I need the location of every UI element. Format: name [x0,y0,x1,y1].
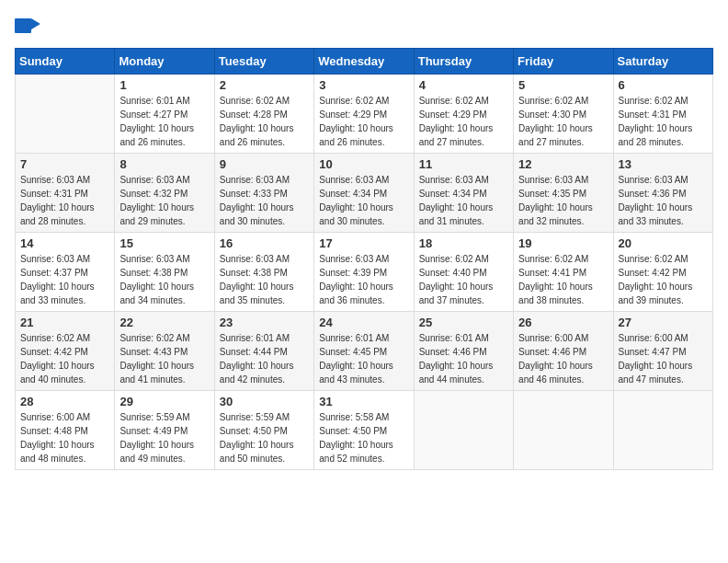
calendar-week-row: 28Sunrise: 6:00 AMSunset: 4:48 PMDayligh… [16,391,713,470]
day-info: Sunrise: 6:03 AMSunset: 4:34 PMDaylight:… [319,173,408,228]
calendar-cell: 18Sunrise: 6:02 AMSunset: 4:40 PMDayligh… [414,233,513,312]
day-info: Sunrise: 6:02 AMSunset: 4:30 PMDaylight:… [518,94,608,149]
calendar-cell: 17Sunrise: 6:03 AMSunset: 4:39 PMDayligh… [314,233,414,312]
day-number: 7 [20,157,109,171]
calendar-cell: 8Sunrise: 6:03 AMSunset: 4:32 PMDaylight… [115,154,214,233]
day-info: Sunrise: 6:02 AMSunset: 4:42 PMDaylight:… [20,331,109,386]
day-info: Sunrise: 6:03 AMSunset: 4:34 PMDaylight:… [419,173,508,228]
calendar-cell: 6Sunrise: 6:02 AMSunset: 4:31 PMDaylight… [613,75,712,154]
calendar-cell: 3Sunrise: 6:02 AMSunset: 4:29 PMDaylight… [314,75,414,154]
day-info: Sunrise: 5:58 AMSunset: 4:50 PMDaylight:… [319,410,408,465]
calendar-cell [16,75,115,154]
calendar-cell: 16Sunrise: 6:03 AMSunset: 4:38 PMDayligh… [214,233,313,312]
day-info: Sunrise: 6:02 AMSunset: 4:41 PMDaylight:… [518,252,608,307]
calendar-week-row: 7Sunrise: 6:03 AMSunset: 4:31 PMDaylight… [16,154,713,233]
day-number: 28 [20,395,109,408]
calendar-week-row: 21Sunrise: 6:02 AMSunset: 4:42 PMDayligh… [16,312,713,391]
day-number: 20 [619,236,708,250]
day-number: 17 [319,236,408,250]
day-number: 27 [619,316,708,329]
calendar-cell: 21Sunrise: 6:02 AMSunset: 4:42 PMDayligh… [16,312,115,391]
calendar-cell: 27Sunrise: 6:00 AMSunset: 4:47 PMDayligh… [613,312,712,391]
page-header [15,15,713,37]
day-number: 23 [220,316,309,329]
calendar-cell: 19Sunrise: 6:02 AMSunset: 4:41 PMDayligh… [514,233,613,312]
calendar-cell: 10Sunrise: 6:03 AMSunset: 4:34 PMDayligh… [314,154,414,233]
calendar-week-row: 1Sunrise: 6:01 AMSunset: 4:27 PMDaylight… [16,75,713,154]
calendar-table: SundayMondayTuesdayWednesdayThursdayFrid… [15,48,713,470]
calendar-cell: 12Sunrise: 6:03 AMSunset: 4:35 PMDayligh… [514,154,613,233]
logo [15,15,44,37]
day-number: 8 [119,157,209,171]
day-number: 19 [518,236,608,250]
day-header-tuesday: Tuesday [214,49,313,75]
day-number: 16 [220,236,309,250]
day-number: 11 [419,157,508,171]
day-number: 25 [419,316,508,329]
day-header-wednesday: Wednesday [314,49,414,75]
day-info: Sunrise: 6:03 AMSunset: 4:38 PMDaylight:… [220,252,309,307]
day-number: 14 [20,236,109,250]
day-info: Sunrise: 6:02 AMSunset: 4:29 PMDaylight:… [419,94,508,149]
day-info: Sunrise: 6:01 AMSunset: 4:44 PMDaylight:… [220,331,309,386]
day-number: 21 [20,316,109,329]
day-number: 13 [619,157,708,171]
day-info: Sunrise: 6:02 AMSunset: 4:40 PMDaylight:… [419,252,508,307]
day-header-monday: Monday [115,49,214,75]
day-number: 12 [518,157,608,171]
day-header-friday: Friday [514,49,613,75]
day-header-thursday: Thursday [414,49,513,75]
day-number: 5 [518,78,608,92]
calendar-cell [514,391,613,470]
day-info: Sunrise: 6:03 AMSunset: 4:33 PMDaylight:… [220,173,309,228]
day-info: Sunrise: 6:03 AMSunset: 4:31 PMDaylight:… [20,173,109,228]
day-number: 3 [319,78,408,92]
day-number: 1 [119,78,209,92]
calendar-cell: 1Sunrise: 6:01 AMSunset: 4:27 PMDaylight… [115,75,214,154]
calendar-cell: 11Sunrise: 6:03 AMSunset: 4:34 PMDayligh… [414,154,513,233]
calendar-cell: 9Sunrise: 6:03 AMSunset: 4:33 PMDaylight… [214,154,313,233]
calendar-cell [613,391,712,470]
day-number: 4 [419,78,508,92]
day-info: Sunrise: 6:03 AMSunset: 4:32 PMDaylight:… [119,173,209,228]
day-number: 10 [319,157,408,171]
day-info: Sunrise: 6:02 AMSunset: 4:28 PMDaylight:… [220,94,309,149]
calendar-cell: 5Sunrise: 6:02 AMSunset: 4:30 PMDaylight… [514,75,613,154]
svg-marker-1 [31,18,40,29]
day-info: Sunrise: 6:00 AMSunset: 4:48 PMDaylight:… [20,410,109,465]
calendar-cell: 23Sunrise: 6:01 AMSunset: 4:44 PMDayligh… [214,312,313,391]
calendar-cell: 24Sunrise: 6:01 AMSunset: 4:45 PMDayligh… [314,312,414,391]
day-info: Sunrise: 6:01 AMSunset: 4:45 PMDaylight:… [319,331,408,386]
day-info: Sunrise: 6:03 AMSunset: 4:38 PMDaylight:… [119,252,209,307]
day-number: 26 [518,316,608,329]
day-info: Sunrise: 6:00 AMSunset: 4:47 PMDaylight:… [619,331,708,386]
svg-rect-0 [15,18,31,33]
calendar-cell: 7Sunrise: 6:03 AMSunset: 4:31 PMDaylight… [16,154,115,233]
day-info: Sunrise: 6:03 AMSunset: 4:37 PMDaylight:… [20,252,109,307]
calendar-week-row: 14Sunrise: 6:03 AMSunset: 4:37 PMDayligh… [16,233,713,312]
day-info: Sunrise: 6:02 AMSunset: 4:31 PMDaylight:… [619,94,708,149]
day-number: 22 [119,316,209,329]
calendar-header-row: SundayMondayTuesdayWednesdayThursdayFrid… [16,49,713,75]
day-number: 2 [220,78,309,92]
calendar-cell: 2Sunrise: 6:02 AMSunset: 4:28 PMDaylight… [214,75,313,154]
calendar-cell: 20Sunrise: 6:02 AMSunset: 4:42 PMDayligh… [613,233,712,312]
day-info: Sunrise: 6:03 AMSunset: 4:36 PMDaylight:… [619,173,708,228]
day-info: Sunrise: 6:01 AMSunset: 4:27 PMDaylight:… [119,94,209,149]
day-number: 9 [220,157,309,171]
day-info: Sunrise: 6:02 AMSunset: 4:42 PMDaylight:… [619,252,708,307]
calendar-cell: 4Sunrise: 6:02 AMSunset: 4:29 PMDaylight… [414,75,513,154]
calendar-cell: 28Sunrise: 6:00 AMSunset: 4:48 PMDayligh… [16,391,115,470]
calendar-cell [414,391,513,470]
day-info: Sunrise: 6:03 AMSunset: 4:35 PMDaylight:… [518,173,608,228]
day-info: Sunrise: 6:01 AMSunset: 4:46 PMDaylight:… [419,331,508,386]
day-number: 15 [119,236,209,250]
day-number: 29 [119,395,209,408]
day-header-sunday: Sunday [16,49,115,75]
calendar-cell: 22Sunrise: 6:02 AMSunset: 4:43 PMDayligh… [115,312,214,391]
day-info: Sunrise: 6:00 AMSunset: 4:46 PMDaylight:… [518,331,608,386]
day-number: 30 [220,395,309,408]
day-info: Sunrise: 5:59 AMSunset: 4:50 PMDaylight:… [220,410,309,465]
calendar-cell: 15Sunrise: 6:03 AMSunset: 4:38 PMDayligh… [115,233,214,312]
calendar-cell: 13Sunrise: 6:03 AMSunset: 4:36 PMDayligh… [613,154,712,233]
